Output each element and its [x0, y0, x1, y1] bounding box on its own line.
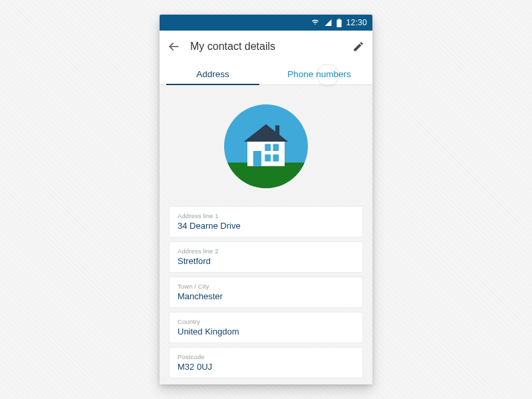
status-bar: 12:30 — [160, 15, 372, 31]
phone-frame: 12:30 My contact details Address Phone n… — [160, 15, 372, 384]
field-address-line-1[interactable]: Address line 1 34 Dearne Drive — [169, 206, 363, 237]
back-button[interactable] — [166, 39, 181, 54]
field-label: Postcode — [178, 353, 354, 360]
app-bar: My contact details — [160, 31, 372, 63]
tab-address-label: Address — [196, 69, 229, 79]
field-label: Town / City — [178, 283, 354, 290]
field-label: Country — [178, 318, 354, 325]
battery-icon — [336, 19, 342, 27]
svg-rect-5 — [219, 163, 313, 194]
page-title: My contact details — [190, 41, 342, 53]
field-value: M32 0UJ — [178, 362, 354, 372]
field-value: United Kingdom — [178, 327, 354, 336]
field-postcode[interactable]: Postcode M32 0UJ — [169, 347, 363, 378]
edit-button[interactable] — [351, 39, 366, 54]
field-value: Manchester — [178, 291, 354, 301]
svg-rect-10 — [265, 144, 271, 152]
wifi-icon — [311, 19, 320, 27]
tabs: Address Phone numbers — [160, 63, 372, 85]
svg-rect-0 — [337, 19, 342, 27]
field-value: Stretford — [178, 256, 354, 266]
house-illustration-icon — [219, 100, 313, 196]
svg-rect-1 — [338, 19, 340, 19]
svg-rect-9 — [253, 151, 261, 166]
field-address-line-2[interactable]: Address line 2 Stretford — [169, 241, 363, 273]
tab-address[interactable]: Address — [160, 63, 266, 84]
content-area: Address line 1 34 Dearne Drive Address l… — [160, 85, 372, 384]
field-value: 34 Dearne Drive — [178, 221, 354, 231]
address-fields: Address line 1 34 Dearne Drive Address l… — [169, 206, 363, 378]
field-town-city[interactable]: Town / City Manchester — [169, 277, 363, 308]
svg-rect-13 — [273, 154, 279, 162]
field-country[interactable]: Country United Kingdom — [169, 312, 363, 343]
svg-rect-12 — [265, 154, 271, 162]
tab-phone-numbers[interactable]: Phone numbers — [266, 63, 372, 84]
signal-icon — [324, 19, 332, 27]
svg-rect-8 — [275, 126, 279, 136]
svg-rect-11 — [273, 144, 279, 152]
field-label: Address line 2 — [178, 247, 354, 255]
field-label: Address line 1 — [178, 212, 354, 219]
tab-phone-label: Phone numbers — [287, 69, 350, 79]
status-time: 12:30 — [346, 18, 367, 27]
